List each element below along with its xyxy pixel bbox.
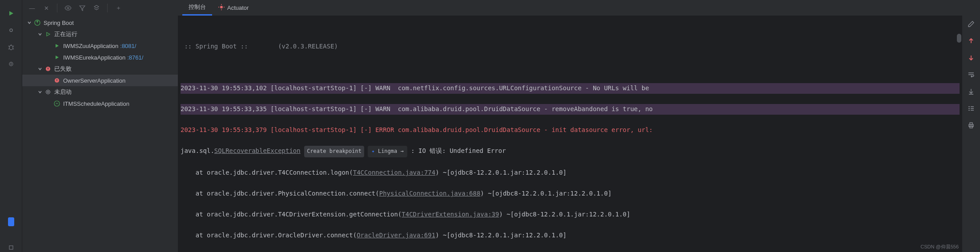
- stack-line: at oracle.jdbc.driver.PhysicalConnection…: [181, 188, 960, 199]
- stack-link[interactable]: T4CDriverExtension.java:39: [402, 211, 499, 218]
- app-indicator-icon[interactable]: [8, 217, 14, 226]
- tree-label: Spring Boot: [44, 20, 74, 26]
- arrow-down-icon[interactable]: [967, 54, 975, 62]
- stack-line: at oracle.jdbc.driver.T4CConnection.logo…: [181, 168, 960, 178]
- tree-label: 已失败: [54, 65, 72, 73]
- app-label: IWMSEurekaApplication: [63, 54, 125, 61]
- tree-app-itms[interactable]: ITMSScheduleApplication: [22, 98, 178, 109]
- console-output[interactable]: :: Spring Boot :: (v2.0.3.RELEASE) 2023-…: [178, 16, 962, 252]
- console-line-error: 2023-11-30 19:55:33,379 [localhost-start…: [181, 125, 960, 136]
- placeholder-icon[interactable]: [7, 243, 16, 252]
- stack-link[interactable]: T4CConnection.java:774: [353, 169, 435, 176]
- arrow-up-icon[interactable]: [967, 37, 975, 45]
- tree-spring-boot[interactable]: Spring Boot: [22, 17, 178, 28]
- tab-actuator[interactable]: Actuator: [212, 0, 255, 16]
- console-line-exception: java.sql.SQLRecoverableException Create …: [181, 146, 960, 157]
- tab-label: Actuator: [227, 4, 249, 11]
- running-icon: [44, 31, 52, 38]
- svg-point-9: [47, 91, 49, 93]
- breakpoint-icon[interactable]: [7, 60, 16, 68]
- tab-label: 控制台: [189, 3, 206, 11]
- panel-toolbar: — ✕ ＋: [22, 0, 178, 16]
- tree-running-group[interactable]: 正在运行: [22, 28, 178, 40]
- chevron-down-icon: [37, 66, 43, 72]
- gear-icon: [44, 88, 52, 96]
- filter-icon[interactable]: [79, 4, 86, 12]
- console-line-warn: 2023-11-30 19:55:33,102 [localhost-start…: [181, 83, 960, 94]
- spring-boot-leaf-icon: [53, 100, 60, 107]
- stack-link[interactable]: PhysicalConnection.java:688: [379, 190, 481, 197]
- chevron-down-icon: [37, 32, 43, 37]
- eye-icon[interactable]: [64, 4, 72, 12]
- stack-line: at oracle.jdbc.driver.T4CDriverExtension…: [181, 209, 960, 220]
- leaf-icon: [53, 42, 60, 49]
- svg-point-3: [10, 64, 12, 65]
- pencil-icon[interactable]: [967, 20, 975, 28]
- app-label: OwnerServerApplication: [63, 77, 125, 84]
- error-status-icon: [44, 65, 52, 72]
- svg-point-0: [10, 29, 12, 32]
- svg-point-11: [220, 6, 223, 8]
- plus-icon[interactable]: ＋: [115, 4, 122, 12]
- create-breakpoint-pill[interactable]: Create breakpoint: [304, 146, 364, 157]
- error-status-icon: [53, 77, 60, 84]
- print-icon[interactable]: [967, 121, 975, 129]
- console-line-warn: 2023-11-30 19:55:33,335 [localhost-start…: [181, 104, 960, 115]
- services-tree: Spring Boot 正在运行 IWMSZuulApplication :80…: [22, 16, 178, 252]
- svg-point-1: [9, 45, 13, 50]
- lingma-pill[interactable]: ✦ Lingma →: [368, 146, 407, 157]
- list-icon[interactable]: [967, 104, 975, 112]
- chevron-down-icon: [37, 89, 43, 95]
- app-label: IWMSZuulApplication: [63, 43, 118, 49]
- stack-line: at oracle.jdbc.driver.OracleDriver.conne…: [181, 230, 960, 241]
- soft-wrap-icon[interactable]: [967, 71, 975, 79]
- exception-suffix: : IO 错误: Undefined Error: [407, 147, 506, 154]
- play-icon[interactable]: [7, 9, 16, 18]
- console-line: :: Spring Boot :: (v2.0.3.RELEASE): [181, 41, 960, 52]
- app-label: ITMSScheduleApplication: [63, 100, 129, 107]
- close-icon[interactable]: ✕: [43, 4, 50, 12]
- svg-rect-13: [970, 123, 972, 124]
- tree-failed-group[interactable]: 已失败: [22, 63, 178, 75]
- stack-link[interactable]: OracleDriver.java:691: [357, 232, 435, 239]
- divider: [107, 4, 108, 12]
- svg-rect-4: [9, 246, 13, 249]
- tree-label: 未启动: [54, 88, 72, 96]
- right-tool-gutter: [962, 0, 980, 252]
- leaf-icon: [53, 54, 60, 61]
- actuator-icon: [218, 4, 225, 12]
- watermark-text: CSDN @仰晨556: [920, 244, 959, 250]
- layers-icon[interactable]: [93, 4, 100, 12]
- exception-link[interactable]: SQLRecoverableException: [214, 147, 301, 154]
- tree-label: 正在运行: [54, 30, 77, 38]
- collapse-icon[interactable]: —: [28, 4, 36, 12]
- bug-icon[interactable]: [7, 43, 16, 52]
- scroll-to-end-icon[interactable]: [967, 88, 975, 96]
- console-line: [181, 62, 960, 73]
- tab-console[interactable]: 控制台: [182, 0, 212, 16]
- exception-prefix: java.sql.: [181, 147, 214, 154]
- tree-app-owner[interactable]: OwnerServerApplication: [22, 75, 178, 86]
- divider: [57, 4, 57, 12]
- tree-app-zuul[interactable]: IWMSZuulApplication :8081/: [22, 40, 178, 52]
- app-port: :8081/: [120, 43, 136, 49]
- svg-point-5: [67, 7, 69, 9]
- chevron-down-icon: [27, 20, 32, 25]
- svg-point-10: [54, 101, 60, 106]
- scrollbar-thumb[interactable]: [957, 34, 961, 43]
- spring-boot-icon: [34, 19, 41, 26]
- indicator-dot-icon[interactable]: [7, 26, 16, 35]
- tree-notstarted-group[interactable]: 未启动: [22, 86, 178, 98]
- tree-app-eureka[interactable]: IWMSEurekaApplication :8761/: [22, 52, 178, 63]
- left-tool-gutter: [0, 0, 22, 252]
- console-tabs: 控制台 Actuator: [178, 0, 962, 16]
- services-panel: — ✕ ＋ Spring Boot: [22, 0, 178, 252]
- main-area: 控制台 Actuator :: Spring Boot :: (v2.0.3.R…: [178, 0, 962, 252]
- app-port: :8761/: [127, 54, 143, 61]
